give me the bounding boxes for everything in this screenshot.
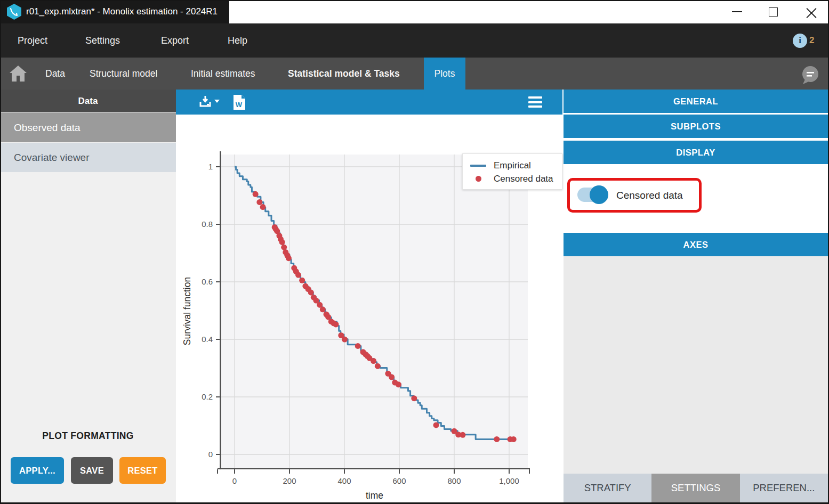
x-tick-label: 1,000 — [499, 476, 519, 485]
censored-data-point — [396, 381, 401, 387]
censored-data-point — [342, 337, 348, 343]
tab-initial-estimates[interactable]: Initial estimates — [191, 58, 255, 90]
svg-text:W: W — [236, 101, 243, 109]
maximize-button[interactable] — [761, 0, 785, 23]
apply-button[interactable]: APPLY... — [11, 457, 64, 484]
window-border-left — [0, 0, 1, 504]
notification-count-badge: 2 — [809, 35, 814, 46]
censored-dot-swatch — [476, 176, 481, 182]
censored-data-point — [253, 191, 259, 197]
download-plot-button[interactable] — [199, 95, 221, 109]
censored-data-point — [371, 358, 376, 364]
survival-chart: 00.20.40.60.8102004006008001,000timeSurv… — [176, 115, 562, 502]
panel-bottom-tabs: STRATIFY SETTINGS PREFEREN... — [564, 474, 828, 502]
monolix-window: { "window": { "title": "r01_exp.mlxtran*… — [0, 0, 829, 504]
x-tick-label: 400 — [337, 476, 351, 485]
legend-item-censored: Censored data — [470, 172, 562, 185]
censored-data-point — [286, 255, 292, 261]
main-tab-bar: Data Structural model Initial estimates … — [0, 58, 829, 90]
censored-data-point — [460, 432, 465, 438]
censored-data-point — [260, 204, 266, 210]
y-tick-label: 0 — [208, 450, 213, 459]
title-bar: r01_exp.mlxtran* - Monolix estimation - … — [0, 0, 829, 23]
tab-statistical-model-tasks[interactable]: Statistical model & Tasks — [288, 58, 400, 90]
download-caret-icon — [214, 100, 220, 103]
window-title: r01_exp.mlxtran* - Monolix estimation - … — [26, 6, 218, 17]
sidebar-section-data: Data — [0, 90, 176, 112]
legend-label-empirical: Empirical — [494, 160, 531, 171]
reset-button[interactable]: RESET — [119, 457, 166, 484]
legend-label-censored: Censored data — [494, 174, 553, 184]
monolix-logo-icon — [7, 4, 21, 20]
close-button[interactable] — [799, 0, 824, 23]
save-button[interactable]: SAVE — [71, 457, 113, 484]
censored-data-point — [389, 374, 395, 380]
tab-structural-model[interactable]: Structural model — [90, 58, 157, 90]
y-tick-label: 1 — [208, 162, 213, 171]
menu-help[interactable]: Help — [228, 23, 247, 58]
censored-data-point — [411, 395, 417, 401]
censored-data-point — [299, 278, 305, 283]
minimize-button[interactable] — [725, 0, 749, 23]
close-icon — [807, 7, 816, 17]
notifications-button[interactable]: i 2 — [793, 32, 814, 49]
menu-project[interactable]: Project — [18, 23, 47, 58]
x-tick-label: 600 — [392, 476, 406, 485]
section-subplots[interactable]: SUBPLOTS — [564, 115, 828, 138]
menu-export[interactable]: Export — [161, 23, 189, 58]
chart-legend: Empirical Censored data — [462, 153, 562, 190]
left-sidebar: Data Observed data Covariate viewer PLOT… — [0, 90, 176, 502]
censored-data-point — [295, 272, 301, 278]
censored-data-point — [279, 239, 285, 245]
censored-data-point — [375, 363, 381, 369]
y-axis-title: Survival function — [182, 277, 192, 345]
plot-card: W 00.20.40.60.8102004006008001,000timeSu… — [176, 90, 562, 502]
annotation-red-box — [567, 178, 702, 213]
y-tick-label: 0.8 — [202, 220, 213, 229]
x-axis-title: time — [366, 490, 383, 501]
legend-item-empirical: Empirical — [470, 159, 562, 172]
info-icon: i — [793, 34, 807, 48]
y-tick-label: 0.2 — [202, 392, 213, 401]
tab-plots[interactable]: Plots — [424, 58, 465, 90]
plot-formatting-title: PLOT FORMATTING — [0, 430, 176, 442]
sidebar-item-covariate-viewer[interactable]: Covariate viewer — [0, 143, 176, 172]
tab-stratify[interactable]: STRATIFY — [564, 474, 651, 502]
title-bar-dark-segment: r01_exp.mlxtran* - Monolix estimation - … — [0, 0, 229, 23]
plot-menu-hamburger-button[interactable] — [528, 96, 542, 108]
maximize-icon — [769, 7, 778, 17]
y-tick-label: 0.6 — [202, 277, 213, 286]
tab-data[interactable]: Data — [45, 58, 65, 90]
x-tick-label: 800 — [447, 476, 461, 485]
menu-bar: Project Settings Export Help i 2 — [0, 23, 829, 58]
sidebar-item-observed-data[interactable]: Observed data — [0, 113, 176, 142]
window-border-top — [0, 0, 829, 1]
censored-data-point — [355, 343, 361, 349]
feedback-chat-icon[interactable] — [800, 66, 820, 85]
display-section-body: Censored data — [564, 166, 828, 233]
y-tick-label: 0.4 — [202, 335, 213, 344]
export-word-button[interactable]: W — [234, 95, 245, 110]
home-icon[interactable] — [10, 66, 27, 82]
minimize-icon — [732, 11, 742, 12]
censored-data-point — [333, 321, 339, 327]
censored-data-point — [511, 436, 517, 442]
section-display[interactable]: DISPLAY — [564, 141, 828, 164]
section-axes[interactable]: AXES — [564, 233, 828, 256]
x-tick-label: 0 — [232, 476, 237, 485]
censored-data-point — [494, 436, 500, 442]
empirical-line-swatch — [470, 165, 486, 167]
censored-data-point — [433, 422, 439, 428]
plot-toolbar: W — [176, 90, 562, 115]
x-tick-label: 200 — [283, 476, 296, 485]
settings-panel: GENERAL SUBPLOTS DISPLAY Censored data A… — [564, 90, 828, 502]
censored-data-point — [320, 306, 326, 312]
section-general[interactable]: GENERAL — [564, 90, 828, 113]
censored-data-point — [256, 199, 262, 205]
menu-settings[interactable]: Settings — [85, 23, 120, 58]
tab-preferences[interactable]: PREFEREN... — [740, 474, 828, 502]
plot-background — [221, 155, 528, 468]
tab-settings-panel[interactable]: SETTINGS — [651, 474, 739, 502]
settings-panel-empty-area — [564, 256, 828, 474]
